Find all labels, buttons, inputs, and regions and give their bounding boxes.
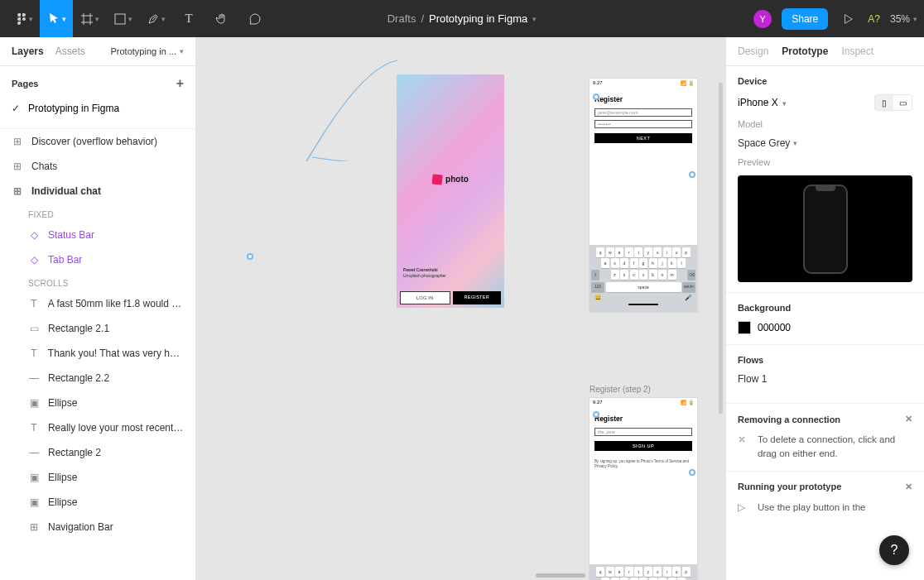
- key[interactable]: m: [668, 270, 676, 280]
- tab-inspect[interactable]: Inspect: [841, 46, 873, 57]
- key[interactable]: u: [653, 247, 662, 257]
- key[interactable]: k: [668, 258, 676, 268]
- portrait-button[interactable]: ▯: [875, 95, 893, 110]
- key[interactable]: v: [639, 270, 647, 280]
- frame-tool-button[interactable]: ▾: [73, 0, 106, 37]
- layer-component[interactable]: ◇Tab Bar: [0, 247, 195, 272]
- layer-image[interactable]: ▣Ellipse: [0, 465, 195, 490]
- text-tool-button[interactable]: T: [172, 0, 205, 37]
- key[interactable]: n: [658, 270, 667, 280]
- canvas-horizontal-scrollbar[interactable]: [536, 573, 585, 578]
- return-key[interactable]: return: [682, 282, 695, 292]
- connection-node[interactable]: [593, 93, 599, 100]
- zoom-control[interactable]: 35% ▾: [890, 13, 917, 25]
- key[interactable]: j: [658, 258, 667, 268]
- hand-tool-button[interactable]: [205, 0, 238, 37]
- layer-frame[interactable]: ⊞Individual chat: [0, 179, 195, 204]
- key[interactable]: z: [611, 270, 619, 280]
- canvas[interactable]: photo Paweł Czerwiński Unsplash photogra…: [196, 37, 725, 580]
- username-field[interactable]: the_jane: [594, 428, 692, 436]
- accessibility-indicator[interactable]: A?: [868, 13, 880, 25]
- connection-node[interactable]: [689, 171, 695, 178]
- key[interactable]: a: [601, 258, 609, 268]
- breadcrumb[interactable]: Drafts / Prototyping in Figma ▾: [387, 12, 537, 25]
- key[interactable]: p: [682, 247, 691, 257]
- frame-launch[interactable]: photo Paweł Czerwiński Unsplash photogra…: [397, 74, 504, 308]
- pen-tool-button[interactable]: ▾: [139, 0, 172, 37]
- frame-register[interactable]: 9:27📶 🔋 Register jane@example.com ••••••…: [590, 79, 697, 312]
- email-field[interactable]: jane@example.com: [594, 108, 692, 117]
- layer-rect[interactable]: —Rectangle 2.2: [0, 366, 195, 391]
- comment-tool-button[interactable]: [238, 0, 272, 37]
- key[interactable]: y: [644, 247, 652, 257]
- key[interactable]: b: [649, 270, 657, 280]
- key[interactable]: s: [611, 258, 619, 268]
- color-hex[interactable]: 000000: [758, 322, 791, 333]
- key[interactable]: u: [653, 567, 662, 577]
- canvas-vertical-scrollbar[interactable]: [719, 83, 723, 414]
- key[interactable]: x: [620, 270, 628, 280]
- main-menu-button[interactable]: ▾: [7, 0, 40, 37]
- key[interactable]: e: [615, 247, 623, 257]
- add-page-button[interactable]: +: [176, 76, 184, 91]
- tab-design[interactable]: Design: [738, 46, 768, 57]
- key[interactable]: i: [663, 247, 671, 257]
- key[interactable]: p: [682, 567, 691, 577]
- key[interactable]: w: [606, 247, 614, 257]
- connection-node[interactable]: [593, 411, 599, 418]
- key[interactable]: q: [596, 247, 604, 257]
- help-button[interactable]: ?: [879, 535, 909, 565]
- key[interactable]: o: [672, 567, 681, 577]
- key[interactable]: q: [596, 567, 604, 577]
- frame-title-label[interactable]: Register (step 2): [590, 385, 651, 394]
- layer-rect[interactable]: ▭Rectangle 2.1: [0, 316, 195, 341]
- layer-text[interactable]: TThank you! That was very hel...: [0, 341, 195, 366]
- key[interactable]: h: [649, 258, 657, 268]
- layer-text[interactable]: TA fast 50mm like f1.8 would h...: [0, 291, 195, 316]
- mic-key[interactable]: 🎤: [685, 295, 692, 301]
- layer-image[interactable]: ▣Ellipse: [0, 391, 195, 415]
- tab-assets[interactable]: Assets: [55, 46, 85, 57]
- layer-frame[interactable]: ⊞Navigation Bar: [0, 515, 195, 539]
- password-field[interactable]: ••••••••: [594, 120, 692, 128]
- close-icon[interactable]: ✕: [905, 482, 912, 492]
- key[interactable]: f: [630, 258, 638, 268]
- shape-tool-button[interactable]: ▾: [106, 0, 139, 37]
- layer-rect[interactable]: —Rectangle 2: [0, 440, 195, 465]
- connection-node[interactable]: [689, 469, 695, 476]
- layer-image[interactable]: ▣Ellipse: [0, 490, 195, 515]
- page-selector[interactable]: Prototyping in ... ▾: [111, 46, 185, 56]
- key[interactable]: d: [620, 258, 628, 268]
- num-key[interactable]: 123: [591, 282, 604, 292]
- orientation-toggle[interactable]: ▯ ▭: [874, 94, 912, 111]
- color-swatch[interactable]: [738, 321, 751, 334]
- layer-component[interactable]: ◇Status Bar: [0, 223, 195, 247]
- key[interactable]: l: [677, 258, 686, 268]
- space-key[interactable]: space: [606, 282, 681, 292]
- frame-register-step-2[interactable]: Register (step 2) 9:27📶 🔋 Register the_j…: [590, 398, 697, 580]
- layer-text[interactable]: TReally love your most recent ...: [0, 415, 195, 440]
- next-button[interactable]: NEXT: [594, 133, 692, 143]
- breadcrumb-parent[interactable]: Drafts: [387, 12, 416, 25]
- model-dropdown[interactable]: Space Grey ▾: [738, 137, 912, 149]
- chevron-down-icon[interactable]: ▾: [532, 15, 537, 23]
- emoji-key[interactable]: 😀: [594, 295, 602, 301]
- close-icon[interactable]: ✕: [905, 414, 912, 424]
- device-dropdown[interactable]: iPhone X ▾: [738, 97, 787, 108]
- key[interactable]: o: [672, 247, 681, 257]
- share-button[interactable]: Share: [782, 8, 828, 30]
- backspace-key[interactable]: ⌫: [687, 270, 695, 280]
- key[interactable]: i: [663, 567, 671, 577]
- background-color-control[interactable]: 000000: [738, 321, 912, 334]
- key[interactable]: g: [639, 258, 647, 268]
- layers-list[interactable]: ⊞Discover (overflow behavior) ⊞Chats ⊞In…: [0, 129, 195, 580]
- key[interactable]: r: [625, 567, 633, 577]
- landscape-button[interactable]: ▭: [893, 95, 912, 110]
- key[interactable]: r: [625, 247, 633, 257]
- tab-prototype[interactable]: Prototype: [782, 46, 828, 57]
- layer-frame[interactable]: ⊞Discover (overflow behavior): [0, 129, 195, 154]
- login-button[interactable]: LOG IN: [400, 291, 450, 304]
- tab-layers[interactable]: Layers: [12, 46, 44, 57]
- move-tool-button[interactable]: ▾: [40, 0, 73, 37]
- key[interactable]: c: [630, 270, 638, 280]
